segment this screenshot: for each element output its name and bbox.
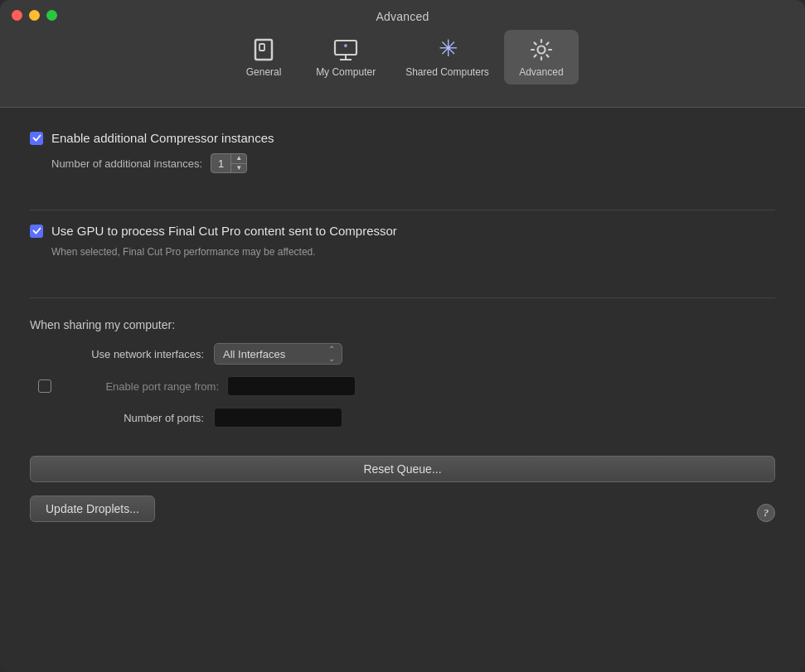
- tab-shared-computers[interactable]: ✳ Shared Computers: [390, 30, 504, 85]
- ports-count-label: Number of ports:: [38, 412, 204, 424]
- stepper-down-button[interactable]: ▼: [231, 164, 246, 173]
- compressor-checkbox[interactable]: [30, 132, 43, 145]
- ports-count-row: Number of ports:: [38, 408, 775, 428]
- titlebar: Advanced General * My Computer: [0, 0, 805, 108]
- tab-shared-computers-label: Shared Computers: [405, 66, 489, 78]
- tab-advanced[interactable]: Advanced: [504, 30, 579, 85]
- tab-general-label: General: [246, 66, 282, 78]
- help-button[interactable]: ?: [757, 504, 775, 522]
- svg-text:✳: ✳: [438, 36, 457, 61]
- instances-label: Number of additional instances:: [51, 157, 202, 170]
- general-icon: [250, 36, 277, 63]
- network-interfaces-dropdown[interactable]: All Interfaces ⌃⌄: [214, 343, 342, 365]
- instances-stepper[interactable]: 1 ▲ ▼: [211, 153, 247, 173]
- maximize-button[interactable]: [46, 10, 57, 21]
- gpu-checkbox-label: Use GPU to process Final Cut Pro content…: [51, 224, 397, 238]
- sharing-section: When sharing my computer: Use network in…: [30, 318, 775, 439]
- compressor-checkbox-row: Enable additional Compressor instances: [30, 131, 775, 145]
- bottom-buttons: Reset Queue... Update Droplets... ?: [30, 456, 775, 522]
- svg-point-7: [537, 46, 545, 54]
- gpu-section: Use GPU to process Final Cut Pro content…: [30, 224, 775, 264]
- compressor-checkbox-label: Enable additional Compressor instances: [51, 131, 274, 145]
- window-title: Advanced: [376, 0, 429, 23]
- my-computer-icon: *: [332, 36, 359, 63]
- content-area: Enable additional Compressor instances N…: [0, 108, 805, 672]
- ports-count-input[interactable]: [214, 408, 342, 428]
- network-interfaces-row: Use network interfaces: All Interfaces ⌃…: [38, 343, 775, 365]
- sharing-section-title: When sharing my computer:: [30, 318, 775, 331]
- close-button[interactable]: [12, 10, 22, 21]
- tab-my-computer[interactable]: * My Computer: [301, 30, 390, 85]
- gpu-checkbox[interactable]: [30, 225, 43, 238]
- port-range-checkbox[interactable]: [38, 380, 51, 393]
- compressor-section: Enable additional Compressor instances N…: [30, 131, 775, 176]
- port-range-input[interactable]: [227, 376, 356, 396]
- tab-general[interactable]: General: [226, 30, 301, 85]
- divider-2: [30, 297, 775, 298]
- gpu-checkmark-icon: [32, 226, 41, 235]
- instances-row: Number of additional instances: 1 ▲ ▼: [51, 153, 775, 173]
- gpu-checkbox-row: Use GPU to process Final Cut Pro content…: [30, 224, 775, 238]
- traffic-lights: [12, 10, 57, 21]
- minimize-button[interactable]: [29, 10, 40, 21]
- svg-rect-0: [255, 40, 272, 60]
- tab-advanced-label: Advanced: [519, 66, 563, 78]
- reset-queue-button[interactable]: Reset Queue...: [30, 456, 775, 482]
- divider-1: [30, 210, 775, 210]
- gear-icon: [528, 36, 555, 63]
- shared-computers-icon: ✳: [434, 36, 461, 63]
- network-interfaces-label: Use network interfaces:: [38, 348, 204, 360]
- network-interfaces-value: All Interfaces: [223, 348, 285, 360]
- toolbar: General * My Computer ✳ Shared Computers: [226, 30, 579, 85]
- port-range-label: Enable port range from:: [60, 380, 219, 393]
- tab-my-computer-label: My Computer: [316, 66, 376, 78]
- footer-row: Update Droplets... ?: [30, 496, 775, 522]
- checkmark-icon: [32, 133, 41, 143]
- instances-value: 1: [211, 154, 231, 172]
- main-window: Advanced General * My Computer: [0, 0, 805, 672]
- stepper-up-button[interactable]: ▲: [231, 154, 246, 164]
- port-range-row: Enable port range from:: [38, 376, 775, 396]
- update-droplets-button[interactable]: Update Droplets...: [30, 496, 155, 522]
- dropdown-arrow-icon: ⌃⌄: [328, 345, 335, 363]
- gpu-sub-text: When selected, Final Cut Pro performance…: [51, 246, 775, 258]
- svg-rect-1: [259, 44, 264, 51]
- svg-text:*: *: [344, 42, 348, 52]
- stepper-arrows: ▲ ▼: [231, 154, 246, 172]
